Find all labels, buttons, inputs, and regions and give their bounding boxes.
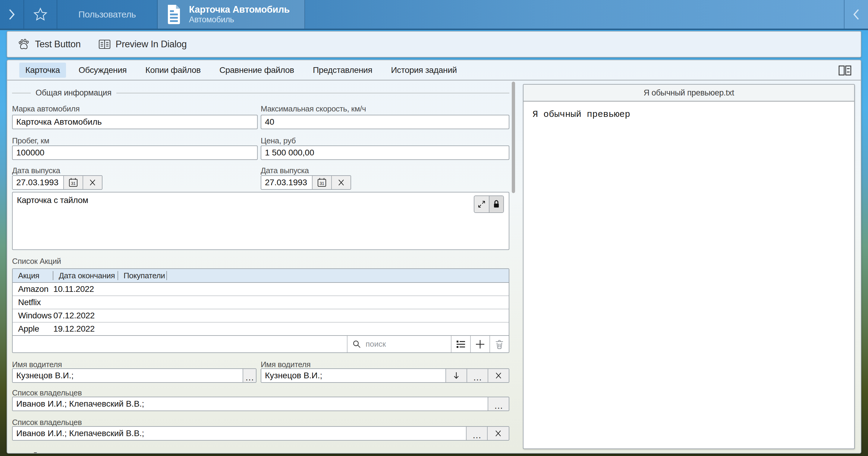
file-preview-panel: Я обычный превьюер.txt Я обычный превьюе… [523,84,855,449]
release-date-1-label: Дата выпуска [12,166,60,175]
document-tab-user[interactable]: Пользователь [57,0,158,29]
stocks-grid-header: Акция Дата окончания Покупатели [13,269,509,283]
driver-name-2-dropdown-button[interactable] [445,369,467,382]
card-tab-strip: Карточка Обсуждения Копии файлов Сравнен… [7,60,861,80]
column-header-label: Дата окончания [59,271,115,281]
document-tab-car-card-active[interactable]: Карточка Автомобиль Автомобиль [158,0,305,29]
test-button[interactable]: Test Button [18,38,81,50]
release-date-1-clear-button[interactable] [83,176,102,189]
memo-lock-button[interactable] [489,196,503,212]
owners-2-editor: … [12,426,509,441]
owners-1-label: Список владельцев [12,388,82,398]
owners-1-ellipsis-button[interactable]: … [488,397,509,411]
tab-task-history[interactable]: История заданий [385,63,463,78]
clear-x-icon [337,178,345,187]
cell-stock[interactable]: Amazon [13,284,53,294]
cell-end-date[interactable]: 19.12.2022 [53,324,118,334]
expand-arrows-icon [477,200,486,208]
column-header-label: Покупатели [124,271,165,281]
max-speed-label: Максимальная скорость, км/ч [261,104,366,113]
release-date-1-input[interactable] [13,176,63,189]
table-row[interactable]: Windows 07.12.2022 [13,309,509,323]
clipped-bottom-label: Д [32,451,37,453]
brand-input[interactable] [12,115,258,129]
preview-file-content: Я обычный превьюер [524,101,854,127]
price-input[interactable] [261,145,509,160]
owners-2-input[interactable] [13,427,466,440]
cell-stock[interactable]: Netflix [13,298,53,307]
driver-name-1-input[interactable] [13,369,243,382]
ellipsis-icon: … [245,372,254,379]
trash-icon [495,339,504,349]
toggle-preview-panel-button[interactable] [837,64,854,77]
stocks-checklist-button[interactable] [451,336,470,352]
calendar-icon: 31 [68,177,79,188]
table-row[interactable]: Apple 19.12.2022 [13,323,509,336]
test-button-label: Test Button [35,39,81,50]
price-label: Цена, руб [261,136,296,145]
mileage-input[interactable] [12,145,258,160]
favorites-button[interactable] [24,0,57,29]
stocks-grid: Акция Дата окончания Покупатели Amazon 1… [12,268,509,353]
preview-file-title: Я обычный превьюер.txt [524,85,854,101]
tab-file-compare[interactable]: Сравнение файлов [213,63,300,78]
memo-text: Карточка с тайлом [17,195,88,205]
svg-text:31: 31 [71,181,76,186]
general-info-form: Общая информация Марка автомобиля Максим… [12,80,509,453]
column-header-stock[interactable]: Акция [13,269,53,282]
driver-name-2-clear-button[interactable] [488,369,509,382]
column-header-end-date[interactable]: Дата окончания [53,269,118,282]
cell-end-date[interactable]: 07.12.2022 [53,311,118,321]
owners-2-clear-button[interactable] [487,427,509,440]
table-row[interactable]: Netflix [13,296,509,309]
book-preview-icon [98,39,111,50]
preview-in-dialog-button[interactable]: Preview In Dialog [98,39,187,50]
stocks-add-button[interactable] [470,336,490,352]
cell-stock[interactable]: Windows [13,311,53,321]
chevron-left-icon [852,8,860,21]
active-tab-subtitle: Автомобиль [189,15,290,24]
release-date-2-input[interactable] [261,176,312,189]
application-window: { "colors": { "topbar_left": "#2d73af", … [0,0,868,456]
release-date-1-calendar-button[interactable]: 31 [63,176,83,189]
release-date-2-clear-button[interactable] [331,176,350,189]
plus-icon [475,339,485,349]
tab-views[interactable]: Представления [307,63,378,78]
driver-name-2-editor: … [261,368,509,383]
cell-stock[interactable]: Apple [13,324,53,334]
card-main-panel: Карточка Обсуждения Копии файлов Сравнен… [7,60,861,454]
tab-discussions[interactable]: Обсуждения [73,63,133,78]
chevron-right-icon [8,8,16,21]
max-speed-input[interactable] [261,115,509,129]
release-date-2-calendar-button[interactable]: 31 [312,176,331,189]
driver-name-1-ellipsis-button[interactable]: … [243,369,256,382]
owners-1-editor: … [12,397,509,411]
card-content: Общая информация Марка автомобиля Максим… [7,80,861,453]
calendar-icon: 31 [316,177,327,188]
collapse-nav-button[interactable] [844,0,868,29]
table-row[interactable]: Amazon 10.11.2022 [13,283,509,296]
ellipsis-icon: … [473,372,482,379]
driver-name-2-input[interactable] [261,369,445,382]
cell-end-date[interactable]: 10.11.2022 [53,284,118,294]
owners-2-label: Список владельцев [12,418,82,427]
form-scrollbar-thumb[interactable] [512,82,515,193]
driver-name-2-ellipsis-button[interactable]: … [467,369,488,382]
brand-label: Марка автомобиля [12,104,80,113]
stocks-search-input[interactable] [366,339,451,349]
owners-1-input[interactable] [13,397,488,411]
memo-editor[interactable]: Карточка с тайлом [12,192,509,250]
tab-card[interactable]: Карточка [19,63,66,78]
tab-file-copies[interactable]: Копии файлов [139,63,207,78]
split-layout-icon [838,65,852,76]
preview-in-dialog-label: Preview In Dialog [116,39,187,50]
driver-name-1-editor: … [12,368,256,383]
document-icon [165,4,182,25]
memo-expand-button[interactable] [474,196,489,212]
owners-2-ellipsis-button[interactable]: … [466,427,487,440]
column-header-buyers[interactable]: Покупатели [118,269,167,282]
expand-nav-button[interactable] [0,0,24,29]
topbar-spacer [305,0,844,29]
paw-icon [18,38,30,50]
stocks-delete-button[interactable] [490,336,509,352]
